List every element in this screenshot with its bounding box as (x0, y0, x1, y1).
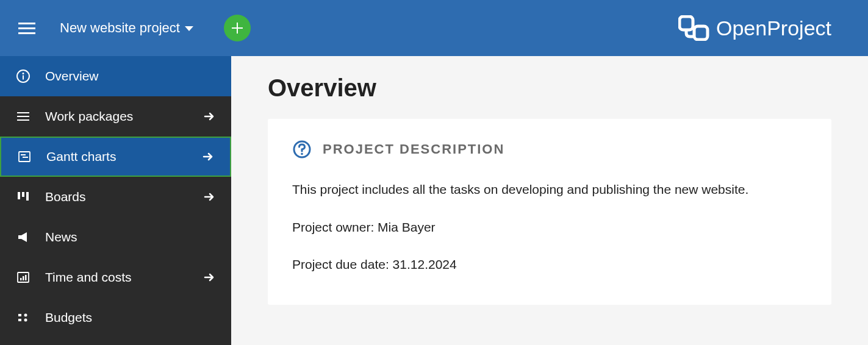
description-text: This project includes all the tasks on d… (292, 180, 807, 199)
card-title: PROJECT DESCRIPTION (323, 141, 504, 157)
help-icon[interactable] (292, 140, 312, 159)
sidebar-item-label: Boards (45, 190, 202, 204)
svg-rect-0 (680, 16, 693, 30)
svg-rect-10 (23, 157, 28, 158)
project-selector-dropdown[interactable]: New website project (60, 20, 193, 36)
page-title: Overview (268, 74, 831, 102)
project-owner-text: Project owner: Mia Bayer (292, 218, 807, 237)
svg-rect-19 (18, 319, 21, 321)
sidebar-item-overview[interactable]: Overview (0, 56, 231, 96)
arrow-right-icon (202, 190, 217, 204)
card-body: This project includes all the tasks on d… (292, 180, 807, 274)
arrow-right-icon (202, 270, 217, 285)
sidebar-item-news[interactable]: News (0, 217, 231, 257)
brand-text: OpenProject (716, 16, 831, 40)
project-due-date-text: Project due date: 31.12.2024 (292, 255, 807, 274)
sidebar-item-budgets[interactable]: Budgets (0, 297, 231, 338)
sidebar-item-label: Gantt charts (46, 149, 201, 164)
boards-icon (15, 190, 32, 204)
svg-rect-18 (18, 314, 21, 316)
arrow-right-icon (201, 149, 215, 164)
gantt-icon (16, 149, 33, 164)
project-description-card: PROJECT DESCRIPTION This project include… (268, 119, 831, 305)
caret-down-icon (185, 26, 193, 31)
svg-rect-16 (23, 276, 24, 280)
sidebar: Overview Work packages Gantt charts Boar… (0, 56, 231, 345)
sidebar-item-time-and-costs[interactable]: Time and costs (0, 257, 231, 297)
sidebar-item-label: News (45, 230, 217, 244)
svg-rect-4 (23, 76, 24, 80)
svg-point-21 (24, 319, 27, 322)
list-icon (15, 109, 32, 124)
svg-rect-6 (17, 116, 29, 117)
header: New website project OpenProject (0, 0, 868, 56)
add-button[interactable] (224, 15, 251, 41)
sidebar-item-work-packages[interactable]: Work packages (0, 96, 231, 137)
hamburger-line (18, 23, 35, 24)
svg-rect-7 (17, 119, 29, 121)
card-header: PROJECT DESCRIPTION (292, 140, 807, 159)
budget-icon (15, 310, 32, 325)
megaphone-icon (15, 230, 32, 244)
info-icon (15, 69, 32, 84)
sidebar-item-label: Time and costs (45, 270, 202, 285)
sidebar-item-label: Overview (45, 69, 217, 84)
content: Overview PROJECT DESCRIPTION This projec… (231, 56, 868, 345)
svg-rect-5 (17, 112, 29, 113)
chart-icon (15, 270, 32, 285)
svg-rect-15 (20, 278, 22, 280)
openproject-logo-icon (678, 15, 710, 41)
svg-rect-9 (21, 154, 26, 155)
svg-rect-17 (25, 275, 27, 280)
sidebar-item-boards[interactable]: Boards (0, 177, 231, 217)
hamburger-line (18, 32, 35, 34)
main: Overview Work packages Gantt charts Boar… (0, 56, 868, 345)
sidebar-item-label: Budgets (45, 310, 217, 325)
svg-rect-12 (22, 192, 24, 197)
svg-rect-11 (18, 192, 20, 199)
hamburger-line (18, 27, 35, 29)
plus-icon (230, 21, 245, 35)
sidebar-item-gantt-charts[interactable]: Gantt charts (0, 137, 231, 177)
arrow-right-icon (202, 109, 217, 124)
svg-point-20 (24, 314, 27, 317)
svg-rect-13 (26, 192, 29, 201)
svg-point-23 (301, 153, 303, 155)
sidebar-item-label: Work packages (45, 109, 202, 124)
project-name-label: New website project (60, 20, 180, 36)
svg-point-3 (23, 73, 24, 74)
brand-logo: OpenProject (678, 15, 831, 41)
hamburger-menu-button[interactable] (18, 20, 35, 37)
svg-rect-1 (694, 26, 708, 40)
